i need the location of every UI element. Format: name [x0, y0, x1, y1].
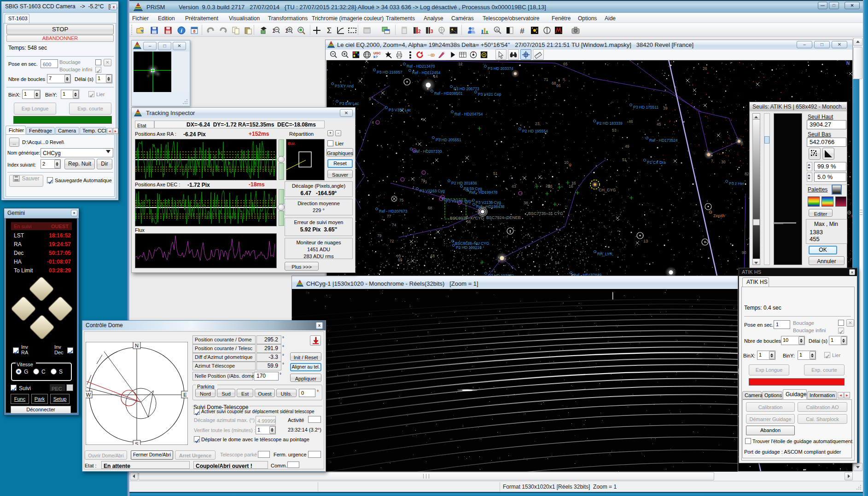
svg-text:Ref - HD173524: Ref - HD173524	[649, 138, 678, 143]
svg-text:16: 16	[571, 181, 576, 185]
svg-text:68: 68	[552, 81, 556, 86]
svg-text:9: 9	[369, 97, 371, 101]
svg-text:82: 82	[745, 172, 749, 176]
svg-text:Ref - HD207673: Ref - HD207673	[379, 209, 408, 213]
svg-text:BSC8079=XI CYG: BSC8079=XI CYG	[450, 216, 484, 220]
svg-text:E: E	[183, 392, 186, 398]
svg-text:W: W	[86, 392, 91, 398]
svg-text:7,: 7,	[711, 159, 714, 163]
svg-text:P3 V2163 Cyg: P3 V2163 Cyg	[419, 189, 445, 193]
svg-text:5: 5	[359, 129, 361, 134]
svg-text:N: N	[846, 61, 850, 66]
svg-text:ψ: ψ	[569, 162, 571, 167]
svg-text:P2 HD 199218: P2 HD 199218	[456, 245, 482, 250]
svg-text:#: #	[520, 27, 524, 35]
svg-text:66: 66	[556, 83, 561, 88]
svg-text:P3 z Her: P3 z Her	[729, 181, 744, 186]
svg-text:P3 HD 175511: P3 HD 175511	[633, 105, 658, 110]
svg-text:75: 75	[399, 198, 404, 202]
svg-text:i: i	[181, 27, 182, 34]
svg-text:61: 61	[431, 254, 435, 258]
svg-text:P3 KY And: P3 KY And	[335, 84, 354, 88]
svg-text:51: 51	[622, 157, 627, 162]
svg-text:68: 68	[428, 206, 432, 210]
svg-text:Σ: Σ	[327, 26, 332, 35]
svg-text:N: N	[135, 343, 139, 348]
svg-text:14: 14	[555, 260, 559, 265]
svg-text:k?: k?	[373, 55, 378, 59]
svg-text:53: 53	[612, 128, 617, 133]
svg-text:10: 10	[564, 160, 569, 165]
svg-text:P3 HD 203374: P3 HD 203374	[488, 66, 513, 71]
svg-text:43: 43	[512, 184, 516, 189]
svg-text:P2 HD 195554: P2 HD 195554	[522, 129, 548, 133]
svg-text:BSC7924=DENEB: BSC7924=DENEB	[486, 215, 521, 220]
svg-text:3: 3	[431, 29, 433, 34]
svg-text:2: 2	[418, 29, 421, 34]
svg-text:η: η	[563, 77, 565, 81]
svg-text:A: A	[495, 28, 498, 32]
svg-text:49: 49	[625, 144, 629, 149]
svg-text:P3 HD 205551: P3 HD 205551	[436, 138, 461, 142]
svg-text:β: β	[741, 141, 743, 146]
svg-text:+: +	[454, 28, 456, 30]
svg-text:P3 V2148 Cyg: P3 V2148 Cyg	[446, 199, 471, 203]
svg-text:S: S	[135, 441, 138, 445]
svg-text:Ref - HD204754: Ref - HD204754	[454, 112, 483, 116]
svg-text:14: 14	[433, 74, 438, 79]
svg-text:71: 71	[421, 178, 425, 183]
svg-text:P2 HD 183339: P2 HD 183339	[597, 121, 623, 126]
svg-text:P3 EW Lac: P3 EW Lac	[339, 101, 359, 106]
svg-text:30: 30	[721, 160, 726, 164]
svg-text:38: 38	[524, 201, 528, 205]
svg-text:P3 HD 216057: P3 HD 216057	[377, 70, 402, 75]
svg-text:74: 74	[392, 223, 396, 227]
svg-text:13: 13	[643, 239, 648, 243]
svg-text:Bar.: Bar.	[288, 141, 296, 146]
svg-text:39: 39	[663, 106, 668, 110]
svg-text:30: 30	[851, 214, 852, 218]
svg-text:RR_LYR: RR_LYR	[597, 252, 612, 256]
svg-text:8: 8	[193, 29, 195, 34]
svg-text:26: 26	[546, 184, 550, 188]
svg-text:12: 12	[458, 62, 463, 66]
svg-text:P3 V421 Cep: P3 V421 Cep	[478, 92, 501, 97]
svg-text:26: 26	[703, 66, 707, 71]
svg-text:65: 65	[563, 62, 568, 66]
svg-text:P3 HD 206773: P3 HD 206773	[454, 87, 479, 91]
svg-text:4: 4	[372, 120, 374, 125]
svg-text:45: 45	[657, 122, 661, 127]
svg-text:46: 46	[629, 119, 633, 124]
svg-text:Ref - HD199478: Ref - HD199478	[469, 190, 498, 195]
svg-text:Ref - HD198478: Ref - HD198478	[476, 204, 505, 209]
svg-text:71: 71	[544, 77, 548, 82]
svg-text:CH_CYG: CH_CYG	[599, 188, 616, 192]
svg-text:P2 HD 201836: P2 HD 201836	[451, 181, 477, 185]
svg-text:P1 CX Dra: P1 CX Dra	[647, 160, 666, 165]
svg-text:Ref - HD213470: Ref - HD213470	[407, 64, 435, 69]
svg-text:72: 72	[390, 239, 394, 243]
svg-text:90: 90	[742, 250, 746, 255]
svg-text:P3 V357 Lac: P3 V357 Lac	[389, 108, 411, 112]
svg-text:Zenith: Zenith	[713, 213, 725, 218]
svg-text:69: 69	[398, 258, 402, 262]
svg-text:77: 77	[387, 214, 391, 219]
svg-text:23,: 23,	[535, 121, 541, 126]
svg-text:BSC7735=31 CYG: BSC7735=31 CYG	[528, 211, 563, 216]
svg-text:79: 79	[377, 233, 382, 238]
svg-text:Ref - HD207330: Ref - HD207330	[414, 149, 442, 154]
svg-text:Ref - HD208501: Ref - HD208501	[434, 91, 463, 96]
svg-text:51: 51	[493, 171, 498, 176]
